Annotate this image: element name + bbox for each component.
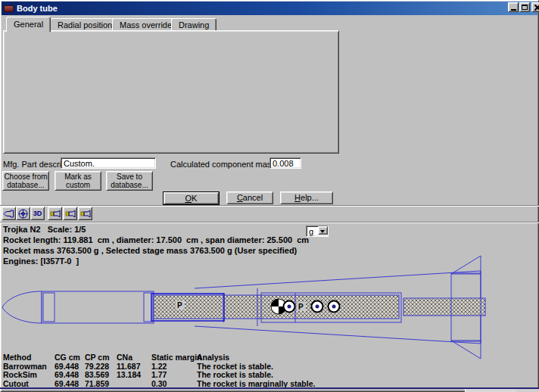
aft-motor-tube — [403, 298, 485, 316]
table-cell: 11.687 — [117, 362, 151, 371]
calculated-mass-value: 0.008 — [270, 157, 301, 169]
table-cell: The rocket is marginally stable. — [197, 380, 536, 388]
table-cell: 79.228 — [85, 362, 117, 371]
stage-rocket-icon — [65, 210, 76, 218]
calculated-mass-label: Calculated component mass: — [170, 160, 267, 169]
stage-rocket-icon — [80, 210, 91, 218]
window-title: Body tube — [17, 4, 58, 13]
table-cell: 83.569 — [85, 371, 117, 379]
minimize-icon — [511, 9, 516, 11]
table-cell: 0.30 — [151, 380, 197, 388]
col-header: Analysis — [197, 353, 536, 362]
table-cell: 1.77 — [151, 371, 197, 379]
divider-line — [0, 387, 539, 389]
side-view-rocket-icon — [3, 210, 14, 218]
mass-unit-select[interactable]: g — [306, 226, 329, 237]
col-header: CNa — [117, 353, 151, 362]
back-view-rocket-icon — [18, 209, 28, 219]
stability-table: Method CG cm CP cm CNa Static margin Ana… — [3, 353, 536, 388]
cancel-button[interactable]: Cancel — [226, 191, 273, 204]
nose-shoulder — [43, 293, 55, 322]
pod-label: P — [298, 303, 304, 311]
table-cell: 69.448 — [55, 380, 85, 388]
table-cell: 13.184 — [117, 371, 151, 379]
nose-cone — [2, 291, 42, 323]
separator — [0, 222, 539, 223]
rocket-dimensions: Rocket length: 119.881 cm , diameter: 17… — [3, 235, 309, 244]
side-view-button[interactable] — [2, 207, 16, 220]
body-tube — [42, 291, 154, 323]
close-button[interactable] — [531, 2, 539, 12]
stage-view-button-3[interactable] — [78, 207, 92, 220]
body-tube-icon — [4, 5, 14, 12]
col-header: CP cm — [85, 353, 117, 362]
app-window: { "window": { "title": "Body tube" }, "t… — [0, 0, 539, 392]
back-view-button[interactable] — [16, 207, 30, 220]
pod-label: P — [177, 301, 182, 310]
title-bar[interactable]: Body tube — [2, 2, 537, 15]
mark-as-custom-button[interactable]: Mark as custom — [55, 171, 101, 191]
horizontal-scrollbar[interactable] — [465, 389, 539, 392]
rocket-design-canvas[interactable]: P P — [0, 255, 539, 361]
table-cell: Barrowman — [3, 362, 55, 371]
stage-rocket-icon — [50, 210, 61, 218]
table-cell: The rocket is stable. — [197, 371, 536, 379]
table-cell: 71.859 — [85, 380, 117, 388]
table-cell: The rocket is stable. — [197, 362, 536, 371]
mfg-part-input[interactable]: Custom. — [61, 157, 156, 169]
col-header: Static margin — [151, 353, 197, 362]
col-header: Method — [3, 353, 55, 362]
general-tab-panel — [3, 30, 339, 154]
table-cell: 69.448 — [55, 362, 85, 371]
table-cell: 1.22 — [151, 362, 197, 371]
rocket-mass: Rocket mass 3763.500 g , Selected stage … — [3, 246, 297, 255]
3d-view-icon: 3D — [33, 210, 42, 217]
3d-view-button[interactable]: 3D — [30, 207, 45, 220]
save-to-database-button[interactable]: Save to database... — [106, 171, 153, 191]
tab-general[interactable]: General — [6, 17, 51, 32]
ok-button[interactable]: OK — [163, 191, 220, 205]
tab-drawing[interactable]: Drawing — [171, 18, 217, 31]
rocket-name-scale: Trojka N2 Scale: 1/5 — [3, 225, 86, 234]
tab-radial-position[interactable]: Radial position — [50, 18, 120, 31]
tab-mass-override[interactable]: Mass override — [112, 18, 179, 31]
stage-view-button-1[interactable] — [48, 207, 62, 220]
help-button[interactable]: Help... — [280, 191, 333, 204]
maximize-button[interactable] — [519, 2, 530, 12]
mass-unit-dropdown-icon[interactable] — [318, 226, 328, 235]
maximize-icon — [522, 5, 528, 10]
table-cell: Cutout — [3, 380, 55, 388]
table-cell: RockSim — [3, 371, 55, 379]
choose-from-database-button[interactable]: Choose from database... — [2, 171, 49, 191]
stage-view-button-2[interactable] — [63, 207, 77, 220]
table-cell — [117, 380, 151, 388]
col-header: CG cm — [55, 353, 85, 362]
minimize-button[interactable] — [508, 2, 519, 12]
close-icon — [534, 5, 539, 11]
table-cell: 69.448 — [55, 371, 85, 379]
